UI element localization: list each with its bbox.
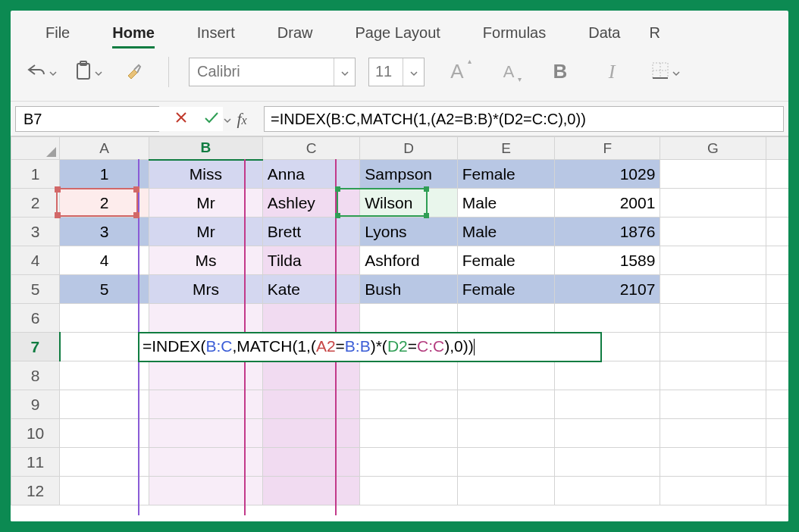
tab-home[interactable]: Home bbox=[91, 18, 176, 49]
cell-C1[interactable]: Anna bbox=[262, 160, 359, 189]
cell-B2[interactable]: Mr bbox=[149, 189, 262, 217]
cell-E2[interactable]: Male bbox=[457, 189, 554, 217]
cell-G11[interactable] bbox=[660, 448, 766, 477]
name-box[interactable] bbox=[15, 106, 159, 132]
cell-E6[interactable] bbox=[457, 304, 554, 333]
row-header-7[interactable]: 7 bbox=[11, 333, 60, 361]
editing-cell-b7[interactable]: =INDEX(B:C,MATCH(1,(A2=B:B)*(D2=C:C),0)) bbox=[138, 332, 602, 362]
formula-bar[interactable]: =INDEX(B:C,MATCH(1,(A2=B:B)*(D2=C:C),0)) bbox=[264, 106, 784, 132]
cell-E10[interactable] bbox=[457, 419, 554, 448]
cell-H7[interactable] bbox=[766, 333, 788, 361]
cell-F1[interactable]: 1029 bbox=[555, 160, 660, 189]
italic-button[interactable]: I bbox=[593, 57, 631, 87]
select-all-corner[interactable] bbox=[11, 137, 60, 160]
cell-G12[interactable] bbox=[660, 477, 766, 505]
cell-E3[interactable]: Male bbox=[457, 217, 554, 246]
cell-D1[interactable]: Sampson bbox=[360, 160, 457, 189]
cell-H3[interactable] bbox=[766, 217, 788, 246]
cell-G2[interactable] bbox=[660, 189, 766, 217]
col-header-G[interactable]: G bbox=[660, 137, 766, 160]
font-size-input[interactable] bbox=[369, 58, 403, 86]
cell-B11[interactable] bbox=[149, 448, 262, 477]
cell-B10[interactable] bbox=[149, 419, 262, 448]
tab-next-partial[interactable]: R bbox=[641, 18, 660, 49]
cell-G6[interactable] bbox=[660, 304, 766, 333]
row-header-11[interactable]: 11 bbox=[11, 448, 60, 477]
cell-D11[interactable] bbox=[360, 448, 457, 477]
cell-D4[interactable]: Ashford bbox=[360, 246, 457, 275]
cell-C5[interactable]: Kate bbox=[262, 275, 359, 304]
cell-C10[interactable] bbox=[262, 419, 359, 448]
row-header-10[interactable]: 10 bbox=[11, 419, 60, 448]
cell-D9[interactable] bbox=[360, 390, 457, 419]
cell-C6[interactable] bbox=[262, 304, 359, 333]
cell-E8[interactable] bbox=[457, 361, 554, 390]
cell-B8[interactable] bbox=[149, 361, 262, 390]
cell-C8[interactable] bbox=[262, 361, 359, 390]
cell-B3[interactable]: Mr bbox=[149, 217, 262, 246]
cell-F12[interactable] bbox=[555, 477, 660, 505]
cell-F4[interactable]: 1589 bbox=[555, 246, 660, 275]
cell-H6[interactable] bbox=[766, 304, 788, 333]
tab-formulas[interactable]: Formulas bbox=[462, 18, 567, 49]
cell-A1[interactable]: 1 bbox=[60, 160, 149, 189]
cell-H4[interactable] bbox=[766, 246, 788, 275]
cell-H11[interactable] bbox=[766, 448, 788, 477]
cell-C11[interactable] bbox=[262, 448, 359, 477]
cell-H1[interactable] bbox=[766, 160, 788, 189]
cell-A3[interactable]: 3 bbox=[60, 217, 149, 246]
cell-G10[interactable] bbox=[660, 419, 766, 448]
cell-A12[interactable] bbox=[60, 477, 149, 505]
cell-H10[interactable] bbox=[766, 419, 788, 448]
cell-A5[interactable]: 5 bbox=[60, 275, 149, 304]
cell-H2[interactable] bbox=[766, 189, 788, 217]
tab-file[interactable]: File bbox=[24, 18, 91, 49]
cell-C12[interactable] bbox=[262, 477, 359, 505]
borders-button[interactable] bbox=[644, 57, 687, 87]
row-header-5[interactable]: 5 bbox=[11, 275, 60, 304]
row-header-3[interactable]: 3 bbox=[11, 217, 60, 246]
cell-F11[interactable] bbox=[555, 448, 660, 477]
tab-draw[interactable]: Draw bbox=[256, 18, 334, 49]
cell-A6[interactable] bbox=[60, 304, 149, 333]
cell-G3[interactable] bbox=[660, 217, 766, 246]
cell-G1[interactable] bbox=[660, 160, 766, 189]
cell-H12[interactable] bbox=[766, 477, 788, 505]
row-header-1[interactable]: 1 bbox=[11, 160, 60, 189]
cell-A10[interactable] bbox=[60, 419, 149, 448]
col-header-A[interactable]: A bbox=[60, 137, 149, 160]
cell-A8[interactable] bbox=[60, 361, 149, 390]
cell-E12[interactable] bbox=[457, 477, 554, 505]
paste-button[interactable] bbox=[73, 57, 105, 87]
cell-B9[interactable] bbox=[149, 390, 262, 419]
cell-A9[interactable] bbox=[60, 390, 149, 419]
undo-button[interactable] bbox=[24, 57, 59, 87]
col-header-D[interactable]: D bbox=[360, 137, 457, 160]
row-header-9[interactable]: 9 bbox=[11, 390, 60, 419]
cell-F10[interactable] bbox=[555, 419, 660, 448]
cell-F9[interactable] bbox=[555, 390, 660, 419]
cell-E1[interactable]: Female bbox=[457, 160, 554, 189]
font-size-dropdown[interactable] bbox=[403, 58, 424, 86]
cell-C9[interactable] bbox=[262, 390, 359, 419]
col-header-H[interactable]: H bbox=[766, 137, 788, 160]
cell-D12[interactable] bbox=[360, 477, 457, 505]
cell-E5[interactable]: Female bbox=[457, 275, 554, 304]
tab-page-layout[interactable]: Page Layout bbox=[334, 18, 462, 49]
cell-A4[interactable]: 4 bbox=[60, 246, 149, 275]
tab-insert[interactable]: Insert bbox=[176, 18, 256, 49]
col-header-F[interactable]: F bbox=[555, 137, 660, 160]
cell-F3[interactable]: 1876 bbox=[555, 217, 660, 246]
tab-data[interactable]: Data bbox=[567, 18, 641, 49]
cell-E4[interactable]: Female bbox=[457, 246, 554, 275]
insert-function-button[interactable]: fx bbox=[229, 106, 255, 132]
increase-font-button[interactable]: A▴ bbox=[438, 57, 476, 87]
cell-A7[interactable] bbox=[60, 333, 149, 361]
cell-F5[interactable]: 2107 bbox=[555, 275, 660, 304]
font-name-selector[interactable] bbox=[189, 58, 356, 86]
cell-G5[interactable] bbox=[660, 275, 766, 304]
cell-F8[interactable] bbox=[555, 361, 660, 390]
cell-F6[interactable] bbox=[555, 304, 660, 333]
cell-H9[interactable] bbox=[766, 390, 788, 419]
cell-B5[interactable]: Mrs bbox=[149, 275, 262, 304]
